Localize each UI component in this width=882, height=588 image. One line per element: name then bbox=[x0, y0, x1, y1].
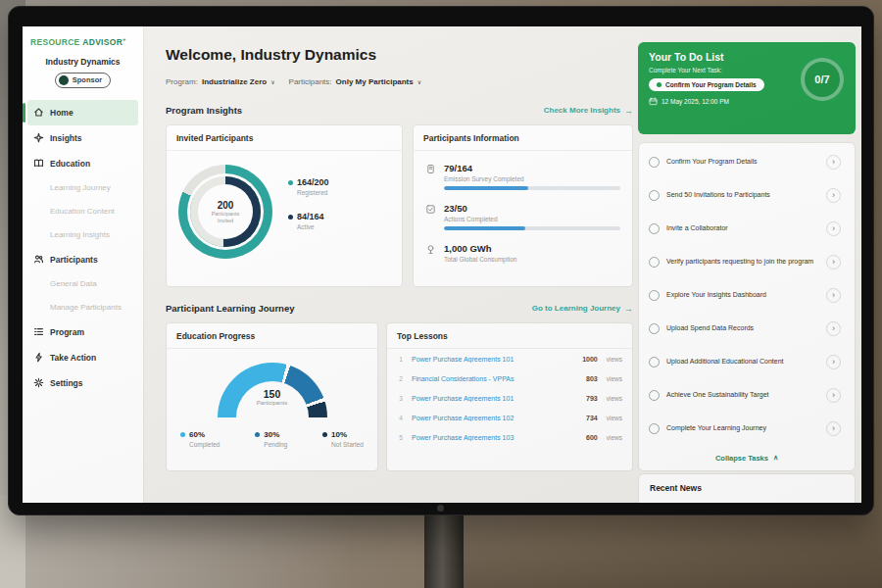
filter-bar: Program: Industrialize Zero ∨ Participan… bbox=[166, 77, 435, 86]
task-row[interactable]: Upload Spend Data Records › bbox=[639, 312, 855, 345]
task-row[interactable]: Complete Your Learning Journey › bbox=[639, 412, 855, 445]
chevron-down-icon: ∨ bbox=[417, 78, 421, 85]
gauge-legend: 60% Completed 30% Pending 10% Not Starte… bbox=[167, 418, 377, 448]
task-checkbox[interactable] bbox=[649, 223, 660, 234]
sidebar-item-label: Participants bbox=[50, 255, 98, 265]
chevron-up-icon: ∧ bbox=[773, 454, 778, 462]
chevron-right-icon[interactable]: › bbox=[826, 355, 841, 369]
background-shadow bbox=[461, 505, 882, 588]
program-label: Program: bbox=[166, 77, 198, 86]
task-row[interactable]: Verify participants requesting to join t… bbox=[639, 245, 855, 278]
insights-icon bbox=[33, 132, 44, 143]
monitor-logo-dot bbox=[437, 505, 444, 512]
legend-completed: 60% Completed bbox=[180, 430, 220, 448]
task-checkbox[interactable] bbox=[649, 290, 660, 301]
gear-icon bbox=[33, 377, 44, 388]
sidebar-item-label: Settings bbox=[50, 378, 83, 388]
collapse-tasks-button[interactable]: Collapse Tasks ∧ bbox=[639, 445, 855, 470]
lesson-row: 5 Power Purchase Agreements 103 600views bbox=[387, 427, 632, 447]
sidebar-item-learning-insights[interactable]: Learning Insights bbox=[23, 223, 143, 247]
sidebar-item-education[interactable]: Education bbox=[27, 151, 138, 176]
task-checkbox[interactable] bbox=[649, 390, 660, 401]
legend-pending: 30% Pending bbox=[255, 430, 287, 448]
task-checkbox[interactable] bbox=[649, 157, 660, 168]
chevron-right-icon[interactable]: › bbox=[826, 421, 841, 436]
task-row[interactable]: Send 50 Invitations to Participants › bbox=[639, 178, 855, 212]
role-badge: Sponsor bbox=[55, 73, 111, 88]
lesson-link[interactable]: Power Purchase Agreements 102 bbox=[412, 415, 579, 421]
education-progress-gauge: 150 Participants bbox=[218, 363, 327, 418]
sidebar-item-take-action[interactable]: Take Action bbox=[27, 345, 138, 370]
arrow-right-icon: → bbox=[624, 106, 633, 116]
chevron-right-icon[interactable]: › bbox=[826, 221, 841, 236]
lesson-row: 4 Power Purchase Agreements 102 734views bbox=[387, 408, 632, 427]
sidebar: RESOURCE ADVISOR+ Industry Dynamics Spon… bbox=[23, 26, 144, 503]
legend-not-started: 10% Not Started bbox=[322, 430, 364, 448]
recent-news-card: Recent News bbox=[638, 473, 856, 503]
education-progress-card: Education Progress 150 Participants 60% … bbox=[166, 322, 378, 471]
task-checkbox[interactable] bbox=[649, 257, 660, 268]
chevron-right-icon[interactable]: › bbox=[826, 288, 841, 303]
next-task-pill[interactable]: Confirm Your Program Details bbox=[649, 78, 764, 91]
task-checkbox[interactable] bbox=[649, 190, 660, 201]
task-row[interactable]: Invite a Collaborator › bbox=[639, 212, 855, 245]
check-more-insights-link[interactable]: Check More Insights → bbox=[544, 106, 633, 116]
sidebar-item-settings[interactable]: Settings bbox=[27, 370, 138, 396]
legend-dot bbox=[255, 432, 260, 437]
lesson-link[interactable]: Power Purchase Agreements 101 bbox=[412, 395, 579, 402]
donut-center-value: 200 bbox=[218, 200, 234, 211]
action-bolt-icon bbox=[33, 352, 44, 363]
monitor-stand bbox=[424, 512, 464, 588]
task-row[interactable]: Achieve One Sustainability Target › bbox=[639, 378, 855, 412]
progress-bar bbox=[444, 186, 620, 190]
participants-select[interactable]: Only My Participants ∨ bbox=[332, 77, 436, 86]
legend-dot bbox=[180, 432, 185, 437]
task-checkbox[interactable] bbox=[649, 423, 660, 434]
monitor-bezel: RESOURCE ADVISOR+ Industry Dynamics Spon… bbox=[8, 6, 874, 515]
chevron-right-icon[interactable]: › bbox=[826, 321, 841, 336]
sidebar-item-home[interactable]: Home bbox=[27, 100, 138, 125]
lesson-link[interactable]: Power Purchase Agreements 101 bbox=[412, 356, 575, 363]
page-title: Welcome, Industry Dynamics bbox=[166, 46, 376, 64]
program-select[interactable]: Industrialize Zero ∨ bbox=[198, 77, 289, 86]
lesson-row: 1 Power Purchase Agreements 101 1000view… bbox=[387, 349, 632, 368]
sidebar-item-label: Take Action bbox=[50, 353, 96, 363]
checklist-icon bbox=[425, 203, 436, 230]
chevron-down-icon: ∨ bbox=[270, 78, 274, 85]
top-lessons-card: Top Lessons 1 Power Purchase Agreements … bbox=[386, 322, 633, 471]
home-icon bbox=[33, 107, 44, 118]
task-checkbox[interactable] bbox=[649, 323, 660, 334]
task-checkbox[interactable] bbox=[649, 357, 660, 368]
task-row[interactable]: Explore Your Insights Dashboard › bbox=[639, 278, 855, 312]
stat-emission-survey: 79/164 Emission Survey Completed bbox=[425, 163, 620, 190]
logo-plus: + bbox=[122, 36, 126, 42]
sidebar-item-learning-journey[interactable]: Learning Journey bbox=[23, 176, 143, 200]
sidebar-item-general-data[interactable]: General Data bbox=[23, 272, 143, 296]
chevron-right-icon[interactable]: › bbox=[826, 388, 841, 403]
chevron-right-icon[interactable]: › bbox=[826, 255, 841, 270]
recent-news-title: Recent News bbox=[650, 483, 702, 493]
role-badge-label: Sponsor bbox=[73, 75, 102, 84]
chevron-right-icon[interactable]: › bbox=[826, 155, 841, 170]
task-row[interactable]: Upload Additional Educational Content › bbox=[639, 345, 855, 378]
lesson-link[interactable]: Financial Considerations - VPPAs bbox=[412, 375, 579, 382]
sidebar-item-participants[interactable]: Participants bbox=[27, 247, 138, 272]
legend-active: 84/164 Active bbox=[288, 212, 329, 230]
program-insights-header: Program Insights Check More Insights → bbox=[166, 105, 633, 116]
progress-bar bbox=[444, 226, 620, 230]
sidebar-item-insights[interactable]: Insights bbox=[27, 125, 138, 151]
participants-label: Participants: bbox=[289, 77, 332, 86]
logo-advisor: ADVISOR bbox=[82, 37, 122, 47]
go-to-learning-journey-link[interactable]: Go to Learning Journey → bbox=[532, 304, 633, 314]
sidebar-item-label: Program bbox=[50, 327, 84, 337]
chevron-right-icon[interactable]: › bbox=[826, 188, 841, 203]
sidebar-item-education-content[interactable]: Education Content bbox=[23, 200, 143, 223]
invited-participants-card: Invited Participants 200 Participants In… bbox=[166, 124, 403, 287]
gauge-center-value: 150 bbox=[218, 388, 327, 400]
task-row[interactable]: Confirm Your Program Details › bbox=[639, 145, 855, 178]
legend-dot bbox=[322, 432, 327, 437]
sidebar-item-program[interactable]: Program bbox=[27, 319, 138, 345]
sidebar-item-manage-participants[interactable]: Manage Participants bbox=[23, 296, 143, 319]
todo-progress-value: 0/7 bbox=[814, 74, 829, 85]
lesson-link[interactable]: Power Purchase Agreements 103 bbox=[412, 434, 579, 441]
